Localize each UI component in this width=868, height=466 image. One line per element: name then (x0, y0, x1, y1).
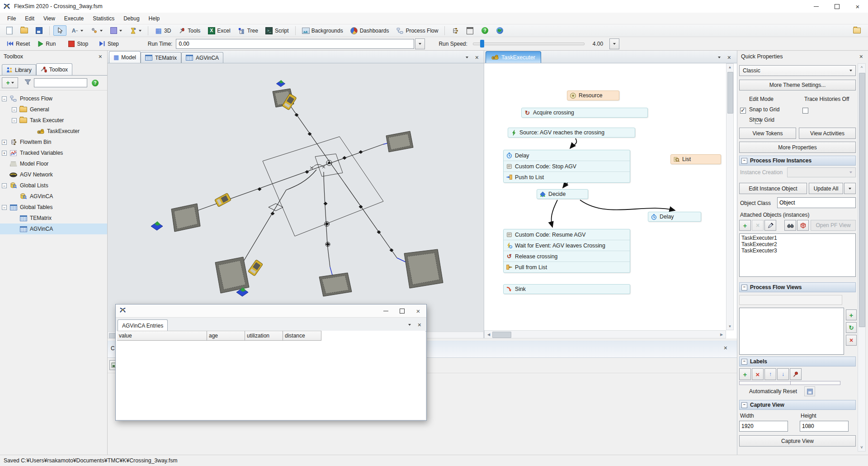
expander-icon[interactable]: − (2, 96, 7, 101)
activity-sink[interactable]: Sink (503, 284, 630, 294)
tab-model[interactable]: ▦ Model (109, 51, 141, 63)
run-time-input[interactable] (176, 39, 414, 49)
list-item[interactable]: TaskExecuter3 (741, 247, 854, 254)
menu-execute[interactable]: Execute (60, 14, 88, 24)
tree-item-task-executer[interactable]: − Task Executer (0, 115, 107, 126)
collapse-icon[interactable]: − (741, 158, 747, 164)
process-flow-canvas[interactable]: ★ Resource ↻ Acquire crossing Source: AG… (484, 63, 726, 330)
toolbox-help-icon[interactable]: ? (92, 80, 99, 86)
list-item[interactable]: TaskExecuter2 (741, 241, 854, 247)
pf-views-section-header[interactable]: − Process Flow Views (739, 282, 856, 292)
activity-block-stop[interactable]: Delay Custom Code: Stop AGV Push to List (503, 150, 630, 183)
column-header-value[interactable]: value (117, 331, 207, 341)
floating-window-titlebar[interactable]: × (116, 304, 426, 318)
floating-maximize-button[interactable] (394, 305, 410, 316)
filter-funnel-icon[interactable] (24, 79, 31, 86)
activity-pull-from-list[interactable]: Pull from List (504, 262, 630, 272)
attach-remove-button[interactable]: × (752, 220, 764, 231)
toolbox-search-input[interactable] (34, 78, 87, 87)
attach-highlight-button[interactable] (797, 220, 809, 231)
toolbox-close-button[interactable]: × (97, 53, 104, 60)
tab-agvinca-entries[interactable]: AGVinCA Entries (118, 319, 168, 331)
activity-acquire-crossing[interactable]: ↻ Acquire crossing (521, 108, 648, 118)
activity-custom-code-resume[interactable]: Custom Code: Resume AGV (504, 229, 630, 240)
attach-add-button[interactable]: + (739, 220, 751, 231)
capture-view-button[interactable]: Capture View (739, 435, 856, 447)
attach-find-button[interactable] (784, 220, 796, 231)
run-button[interactable]: Run (34, 39, 60, 49)
new-model-button[interactable] (3, 25, 16, 36)
travel-task-tool-button[interactable] (127, 25, 144, 36)
tree-button[interactable]: Tree (235, 25, 261, 36)
activity-custom-code-stop[interactable]: Custom Code: Stop AGV (504, 161, 630, 172)
close-button[interactable]: × (847, 0, 868, 13)
stop-button[interactable]: Stop (64, 39, 92, 49)
backgrounds-button[interactable]: Backgrounds (299, 25, 346, 36)
more-theme-settings-button[interactable]: More Theme Settings... (739, 80, 856, 90)
menu-edit[interactable]: Edit (20, 14, 39, 24)
process-flow-button[interactable]: Process Flow (393, 25, 441, 36)
label-pin-button[interactable] (790, 368, 802, 380)
menu-file[interactable]: File (3, 14, 20, 24)
model-3d-viewport[interactable] (108, 63, 484, 332)
pf-views-list[interactable] (739, 308, 844, 355)
tab-toolbox[interactable]: Toolbox (36, 63, 72, 75)
activity-resource[interactable]: ★ Resource (567, 90, 619, 100)
tree-item-general[interactable]: − General (0, 104, 107, 115)
activity-decide[interactable]: Decide (537, 189, 588, 199)
run-speed-slider[interactable] (473, 43, 585, 45)
run-speed-slider-thumb[interactable] (480, 40, 484, 48)
tree-item-agvinca-list[interactable]: AGVinCA (0, 191, 107, 202)
activity-wait-for-event[interactable]: Wait for Event: AGV leaves Crossing (504, 240, 630, 251)
menu-debug[interactable]: Debug (119, 14, 144, 24)
pointer-tool-button[interactable] (53, 25, 66, 36)
collapse-icon[interactable]: − (741, 285, 747, 290)
pf-view-add-button[interactable]: + (846, 309, 857, 320)
expander-icon[interactable]: + (2, 140, 7, 145)
tree-item-process-flow[interactable]: − Process Flow (0, 93, 107, 104)
floating-minimize-button[interactable] (377, 305, 394, 316)
trace-histories-checkbox[interactable] (802, 108, 808, 114)
floating-tab-dropdown[interactable] (408, 324, 411, 326)
open-model-button[interactable] (18, 25, 31, 36)
object-class-input[interactable] (777, 197, 856, 208)
menu-view[interactable]: View (39, 14, 60, 24)
tree-item-global-tables[interactable]: − Global Tables (0, 202, 107, 213)
activity-delay[interactable]: Delay (504, 150, 630, 161)
list-item[interactable]: TaskExecuter1 (741, 235, 854, 241)
tree-item-agv-network[interactable]: AGV Network (0, 169, 107, 180)
open-user-library-button[interactable] (850, 25, 863, 36)
reset-button[interactable]: Reset (3, 39, 34, 49)
tab-agvinca[interactable]: AGVinCA (181, 52, 223, 63)
pf-tab-dropdown[interactable] (718, 57, 721, 58)
help-button[interactable]: ? (478, 25, 491, 36)
menu-statistics[interactable]: Statistics (88, 14, 119, 24)
script-button[interactable]: >_Script (263, 25, 292, 36)
excel-button[interactable]: XExcel (205, 25, 233, 36)
expander-icon[interactable]: − (2, 183, 7, 188)
expander-icon[interactable]: − (2, 205, 7, 210)
pf-view-refresh-button[interactable]: ↻ (846, 322, 857, 333)
tree-item-flowitem-bin[interactable]: + FlowItem Bin (0, 137, 107, 147)
pf-instances-section-header[interactable]: − Process Flow Instances (739, 156, 856, 166)
minimize-button[interactable] (806, 0, 826, 13)
tab-taskexecuter-flow[interactable]: TaskExecuter (486, 51, 541, 63)
activity-delay-2[interactable]: Delay (648, 212, 701, 222)
tree-item-agvinca-table[interactable]: AGVinCA (0, 223, 107, 234)
floating-tab-close-button[interactable]: × (416, 321, 423, 328)
tree-item-tracked-variables[interactable]: + Tracked Variables (0, 147, 107, 158)
edit-instance-object-button[interactable]: Edit Instance Object (739, 183, 807, 194)
pf-horizontal-scrollbar[interactable]: ◀ ▶ (484, 330, 726, 338)
expander-icon[interactable]: − (12, 107, 17, 112)
bottom-pane-close-button[interactable]: × (722, 344, 729, 352)
run-speed-dropdown-button[interactable] (609, 38, 619, 49)
expander-icon[interactable]: − (12, 118, 17, 123)
label-delete-button[interactable]: × (752, 368, 764, 380)
quick-properties-close-button[interactable]: × (858, 53, 864, 60)
open-pf-view-button[interactable]: Open PF View (811, 220, 856, 231)
attach-sampler-button[interactable] (764, 220, 776, 231)
agvinca-entries-window[interactable]: × AGVinCA Entries × value age utilizatio… (115, 304, 427, 421)
column-header-age[interactable]: age (207, 331, 245, 341)
tree-item-tematrix[interactable]: TEMatrix (0, 213, 107, 223)
open-3d-view-button[interactable]: ▦3D (152, 25, 174, 36)
